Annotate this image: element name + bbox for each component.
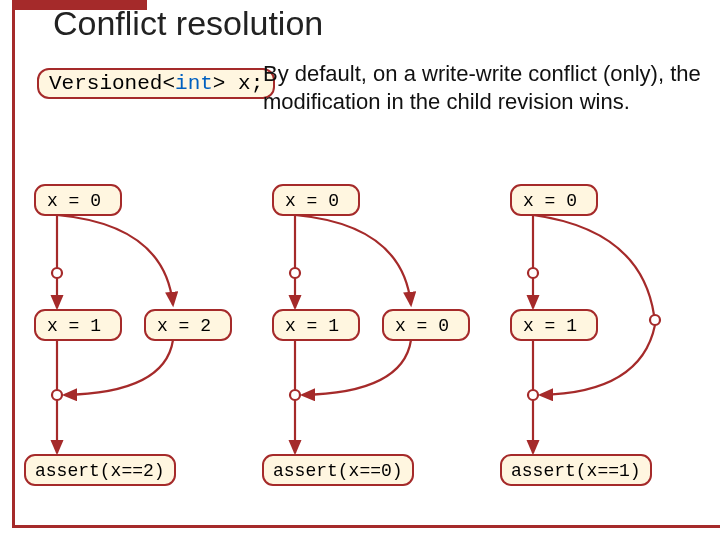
decl-prefix: Versioned< xyxy=(49,72,175,95)
svg-point-7 xyxy=(52,390,62,400)
svg-point-17 xyxy=(290,390,300,400)
graph1-assert: assert(x==2) xyxy=(35,461,165,481)
svg-point-27 xyxy=(528,390,538,400)
graph3-assert: assert(x==1) xyxy=(511,461,641,481)
graph-2: x = 0 x = 1 x = 0 assert(x==0) xyxy=(263,185,469,485)
page-title: Conflict resolution xyxy=(53,4,323,43)
decl-suffix: > x; xyxy=(213,72,263,95)
graph2-right: x = 0 xyxy=(395,316,449,336)
graph3-left: x = 1 xyxy=(523,316,577,336)
graph-3: x = 0 x = 1 assert(x==1) xyxy=(501,185,660,485)
revision-graphs: x = 0 x = 1 x = 2 assert(x==2) xyxy=(15,175,720,535)
graph3-init: x = 0 xyxy=(523,191,577,211)
declaration-box: Versioned<int> x; xyxy=(37,68,275,99)
graph1-right: x = 2 xyxy=(157,316,211,336)
description-text: By default, on a write-write conflict (o… xyxy=(263,60,703,115)
graph2-init: x = 0 xyxy=(285,191,339,211)
graph1-init: x = 0 xyxy=(47,191,101,211)
svg-point-23 xyxy=(650,315,660,325)
graph-1: x = 0 x = 1 x = 2 assert(x==2) xyxy=(25,185,231,485)
graph2-assert: assert(x==0) xyxy=(273,461,403,481)
svg-point-22 xyxy=(528,268,538,278)
graph1-left: x = 1 xyxy=(47,316,101,336)
decl-type: int xyxy=(175,72,213,95)
graph2-left: x = 1 xyxy=(285,316,339,336)
svg-point-12 xyxy=(290,268,300,278)
svg-point-2 xyxy=(52,268,62,278)
